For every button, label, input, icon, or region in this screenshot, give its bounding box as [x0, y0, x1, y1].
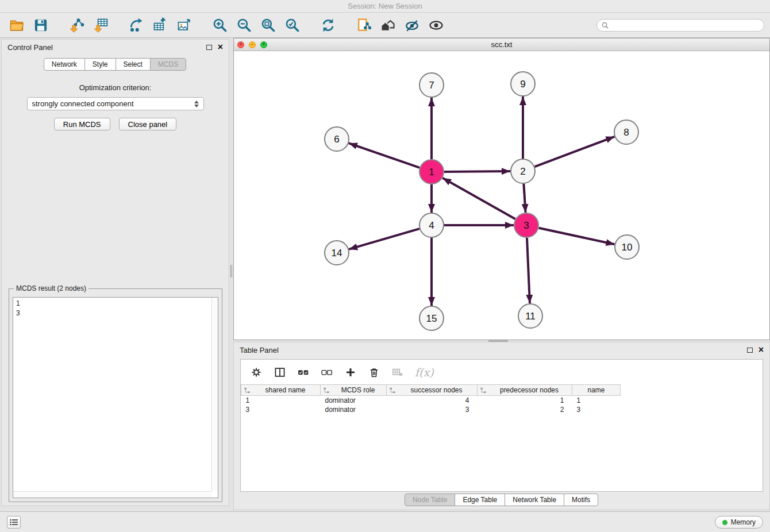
edge-3-1[interactable] — [442, 178, 515, 219]
select-all-columns-icon[interactable] — [297, 366, 310, 379]
show-columns-icon[interactable] — [274, 366, 286, 379]
vertical-splitter-handle[interactable] — [229, 261, 233, 281]
network-window-titlebar[interactable]: scc.txt × − + — [234, 38, 769, 51]
tab-motifs[interactable]: Motifs — [564, 494, 598, 506]
node-table-body: 1dominator4113dominator323 — [241, 396, 621, 414]
import-table-button[interactable] — [90, 15, 111, 36]
edge-2-3[interactable] — [523, 184, 525, 213]
tab-node-table[interactable]: Node Table — [405, 494, 456, 506]
edge-3-11[interactable] — [527, 238, 530, 303]
column-header-shared-name[interactable]: shared name — [241, 385, 321, 396]
network-file-button[interactable] — [353, 15, 375, 36]
close-panel-icon[interactable]: × — [759, 345, 764, 354]
zoom-selected-button[interactable] — [282, 15, 303, 36]
run-mcds-button[interactable]: Run MCDS — [54, 118, 110, 130]
mcds-result-list[interactable]: 13 — [13, 297, 218, 498]
zoom-in-button[interactable] — [209, 15, 231, 36]
refresh-view-button[interactable] — [317, 15, 339, 36]
float-window-icon[interactable] — [747, 348, 753, 353]
network-arrows-icon — [128, 17, 144, 33]
tab-network-table[interactable]: Network Table — [505, 494, 564, 506]
tab-mcds[interactable]: MCDS — [150, 58, 186, 71]
table-cell[interactable]: 3 — [387, 405, 478, 414]
hide-details-button[interactable] — [401, 15, 423, 36]
memory-button[interactable]: Memory — [715, 516, 763, 529]
float-window-icon[interactable] — [206, 45, 212, 50]
node-2[interactable]: 2 — [511, 159, 535, 183]
column-type-icon — [389, 387, 396, 394]
table-cell[interactable]: 3 — [241, 405, 321, 414]
window-close-button[interactable]: × — [237, 41, 244, 48]
edge-3-10[interactable] — [539, 228, 615, 245]
column-header-mcds-role[interactable]: MCDS role — [321, 385, 387, 396]
open-session-button[interactable] — [6, 15, 28, 36]
edge-1-6[interactable] — [349, 143, 419, 168]
close-panel-button[interactable]: Close panel — [119, 118, 177, 130]
tab-network[interactable]: Network — [44, 58, 85, 71]
mcds-result-box: MCDS result (2 nodes) 13 — [9, 284, 222, 502]
function-builder-icon: f(x) — [415, 366, 434, 379]
node-14[interactable]: 14 — [325, 241, 349, 265]
node-9[interactable]: 9 — [511, 72, 535, 96]
node-11[interactable]: 11 — [518, 304, 542, 328]
node-6[interactable]: 6 — [325, 127, 349, 151]
node-1[interactable]: 1 — [419, 160, 444, 184]
export-table-button[interactable] — [149, 15, 171, 36]
deselect-all-columns-icon[interactable] — [321, 366, 333, 379]
table-cell[interactable]: 1 — [478, 396, 572, 405]
tab-select[interactable]: Select — [116, 58, 151, 71]
tab-style[interactable]: Style — [84, 58, 116, 71]
node-7[interactable]: 7 — [419, 73, 444, 97]
edge-2-8[interactable] — [535, 137, 615, 167]
table-panel-header: Table Panel × — [234, 342, 769, 357]
column-header-predecessor-nodes[interactable]: predecessor nodes — [478, 385, 572, 396]
table-cell[interactable]: 4 — [387, 396, 478, 405]
zoom-out-button[interactable] — [233, 15, 255, 36]
zoom-fit-button[interactable] — [257, 15, 279, 36]
column-header-name[interactable]: name — [572, 385, 621, 396]
open-folder-icon — [9, 17, 25, 33]
show-details-button[interactable] — [425, 15, 447, 36]
horizontal-scrollbar[interactable] — [13, 491, 211, 498]
table-cell[interactable]: 1 — [241, 396, 321, 405]
zoom-out-icon — [236, 17, 252, 33]
table-cell[interactable]: 1 — [572, 396, 621, 405]
table-row[interactable]: 3dominator323 — [241, 405, 621, 414]
table-row[interactable]: 1dominator411 — [241, 396, 621, 405]
table-cell[interactable]: 3 — [572, 405, 621, 414]
node-3[interactable]: 3 — [514, 213, 538, 237]
vertical-scrollbar[interactable] — [211, 298, 218, 491]
window-zoom-button[interactable]: + — [260, 41, 267, 48]
table-cell[interactable]: dominator — [321, 405, 387, 414]
column-header-successor-nodes[interactable]: successor nodes — [387, 385, 478, 396]
column-type-icon — [244, 387, 251, 394]
edge-4-14[interactable] — [349, 229, 419, 249]
edge-1-2[interactable] — [444, 171, 510, 172]
tab-edge-table[interactable]: Edge Table — [455, 494, 505, 506]
table-cell[interactable]: dominator — [321, 396, 387, 405]
window-minimize-button[interactable]: − — [249, 41, 256, 48]
table-cell[interactable]: 2 — [478, 405, 572, 414]
delete-column-trash-icon[interactable] — [368, 366, 380, 379]
svg-text:2: 2 — [520, 166, 525, 177]
node-10[interactable]: 10 — [615, 235, 639, 259]
save-session-button[interactable] — [30, 15, 52, 36]
table-panel: Table Panel × — [233, 342, 770, 510]
add-column-icon[interactable] — [344, 366, 357, 379]
zoom-in-icon — [212, 17, 228, 33]
task-history-button[interactable] — [7, 516, 21, 529]
node-8[interactable]: 8 — [614, 120, 638, 144]
network-canvas[interactable]: 7968124314101511 — [234, 51, 769, 340]
search-box[interactable] — [596, 19, 764, 32]
criterion-dropdown[interactable]: strongly connected component — [27, 97, 204, 110]
node-4[interactable]: 4 — [419, 213, 444, 237]
table-settings-gear-icon[interactable] — [250, 366, 263, 379]
search-input[interactable] — [611, 21, 759, 29]
new-network-button[interactable] — [125, 15, 147, 36]
control-panel-title: Control Panel — [7, 43, 53, 52]
node-15[interactable]: 15 — [419, 306, 444, 330]
import-network-button[interactable] — [66, 15, 87, 36]
export-image-button[interactable] — [174, 15, 195, 36]
close-panel-icon[interactable]: × — [218, 43, 223, 52]
home-button[interactable] — [377, 15, 399, 36]
